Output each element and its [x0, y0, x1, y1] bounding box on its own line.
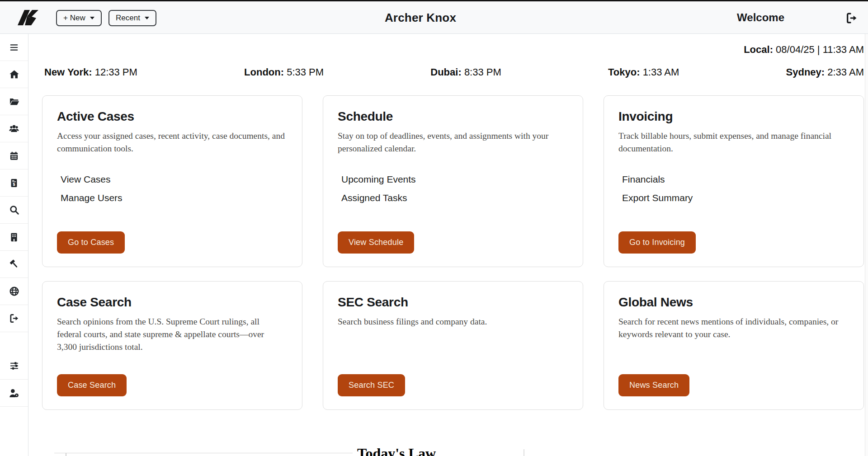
below-fold-column-tick: [524, 449, 524, 456]
card-links: View Cases Manage Users: [61, 174, 123, 203]
chevron-down-icon: [145, 17, 149, 19]
clock-tokyo: Tokyo: 1:33 AM: [608, 66, 679, 78]
view-cases-link[interactable]: View Cases: [61, 174, 123, 185]
hamburger-icon: [9, 42, 19, 52]
assigned-tasks-link[interactable]: Assigned Tasks: [341, 193, 416, 203]
card-title: Schedule: [338, 109, 393, 124]
search-icon: [9, 205, 19, 215]
home-icon: [9, 69, 19, 80]
sidebar-item-global[interactable]: [0, 278, 28, 305]
below-fold-table-border: [54, 453, 353, 453]
main-content: Local: 08/04/25 | 11:33 AM New York: 12:…: [28, 34, 868, 456]
recent-dropdown-label: Recent: [116, 14, 140, 23]
svg-text:$: $: [13, 182, 15, 187]
chevron-down-icon: [90, 17, 94, 19]
clock-new-york: New York: 12:33 PM: [44, 66, 137, 78]
new-dropdown-button[interactable]: + New: [56, 10, 102, 26]
card-title: SEC Search: [338, 295, 408, 310]
card-title: Case Search: [57, 295, 132, 310]
below-fold-section-heading: Today's Law: [357, 445, 436, 456]
sidebar-item-home[interactable]: [0, 61, 28, 88]
card-description: Search opinions from the U.S. Supreme Co…: [57, 315, 286, 353]
card-description: Stay on top of deadlines, events, and as…: [338, 130, 566, 155]
user-gear-icon: [9, 388, 19, 399]
sidebar-nav: $: [0, 34, 28, 456]
sidebar-item-users[interactable]: [0, 115, 28, 142]
card-sec-search: SEC Search Search business filings and c…: [323, 281, 583, 410]
sidebar-item-legal[interactable]: [0, 251, 28, 278]
local-clock-label: Local:: [744, 44, 773, 55]
card-description: Search for recent news mentions of indiv…: [618, 315, 847, 341]
card-case-search: Case Search Search opinions from the U.S…: [42, 281, 302, 410]
local-clock-value: 08/04/25 | 11:33 AM: [776, 44, 864, 55]
folder-open-icon: [9, 96, 19, 107]
logout-icon[interactable]: [845, 12, 858, 24]
logout-icon: [9, 313, 19, 324]
view-schedule-button[interactable]: View Schedule: [338, 231, 414, 254]
clock-dubai: Dubai: 8:33 PM: [430, 66, 501, 78]
recent-dropdown-button[interactable]: Recent: [108, 10, 156, 26]
search-sec-button[interactable]: Search SEC: [338, 374, 405, 396]
clock-london: London: 5:33 PM: [244, 66, 324, 78]
sidebar-item-firm[interactable]: [0, 224, 28, 251]
sidebar-spacer: [0, 332, 28, 353]
export-summary-link[interactable]: Export Summary: [622, 193, 693, 203]
sidebar-item-search[interactable]: [0, 197, 28, 224]
card-links: Financials Export Summary: [622, 174, 693, 203]
card-active-cases: Active Cases Access your assigned cases,…: [42, 95, 302, 267]
card-title: Invoicing: [618, 109, 673, 124]
card-description: Track billable hours, submit expenses, a…: [618, 130, 847, 155]
below-fold-column-tick: [66, 453, 66, 456]
card-invoicing: Invoicing Track billable hours, submit e…: [604, 95, 864, 267]
file-invoice-dollar-icon: $: [9, 178, 19, 188]
globe-icon: [9, 286, 19, 296]
welcome-text: Welcome: [737, 1, 784, 34]
sidebar-item-admin[interactable]: [0, 380, 28, 407]
card-title: Active Cases: [57, 109, 134, 124]
building-icon: [9, 232, 19, 242]
card-title: Global News: [618, 295, 693, 310]
case-search-button[interactable]: Case Search: [57, 374, 127, 396]
financials-link[interactable]: Financials: [622, 174, 693, 185]
sidebar-item-logout[interactable]: [0, 305, 28, 332]
card-global-news: Global News Search for recent news menti…: [604, 281, 864, 410]
card-schedule: Schedule Stay on top of deadlines, event…: [323, 95, 583, 267]
sidebar-item-invoicing[interactable]: $: [0, 169, 28, 197]
sidebar-item-cases[interactable]: [0, 88, 28, 115]
news-search-button[interactable]: News Search: [618, 374, 689, 396]
brand-logo-icon[interactable]: [15, 9, 40, 27]
new-dropdown-label: + New: [63, 14, 85, 23]
sliders-icon: [9, 361, 19, 371]
sidebar-item-settings[interactable]: [0, 353, 28, 380]
clock-sydney: Sydney: 2:33 AM: [786, 66, 864, 78]
card-description: Search business filings and company data…: [338, 315, 487, 328]
gavel-icon: [9, 259, 19, 269]
manage-users-link[interactable]: Manage Users: [61, 193, 123, 203]
sidebar-item-calendar[interactable]: [0, 142, 28, 169]
upcoming-events-link[interactable]: Upcoming Events: [341, 174, 416, 185]
users-icon: [9, 123, 19, 134]
card-links: Upcoming Events Assigned Tasks: [341, 174, 416, 203]
go-to-invoicing-button[interactable]: Go to Invoicing: [618, 231, 696, 254]
go-to-cases-button[interactable]: Go to Cases: [57, 231, 125, 254]
local-clock: Local: 08/04/25 | 11:33 AM: [744, 44, 864, 56]
card-description: Access your assigned cases, recent activ…: [57, 130, 286, 155]
app-header: + New Recent Archer Knox Welcome: [0, 1, 868, 34]
sidebar-item-menu[interactable]: [0, 34, 28, 61]
dashboard-cards-grid: Active Cases Access your assigned cases,…: [42, 95, 864, 410]
world-clocks-row: New York: 12:33 PM London: 5:33 PM Dubai…: [44, 66, 864, 78]
page-title: Archer Knox: [385, 1, 456, 34]
scrollbar[interactable]: [865, 34, 868, 456]
calendar-icon: [9, 151, 19, 161]
